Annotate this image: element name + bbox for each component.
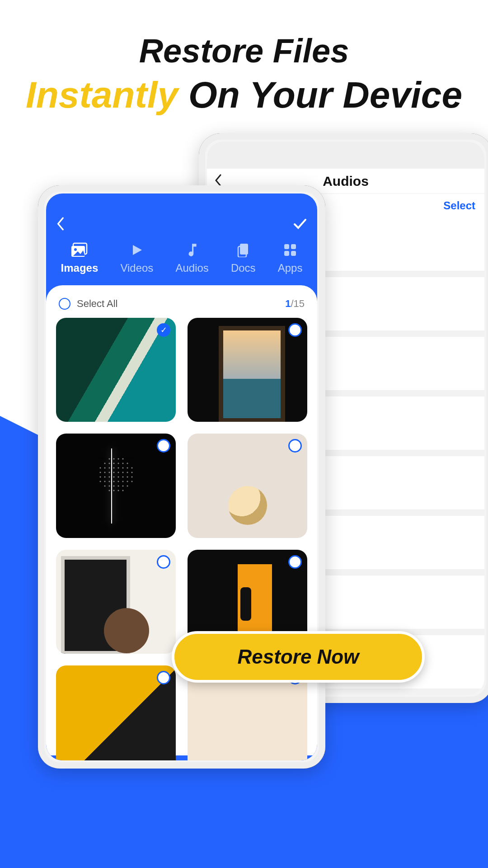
back-icon[interactable] xyxy=(56,217,66,234)
image-tile[interactable] xyxy=(188,318,307,422)
tab-docs[interactable]: Docs xyxy=(231,242,256,274)
tab-images[interactable]: Images xyxy=(61,242,99,274)
confirm-icon[interactable] xyxy=(293,217,307,234)
cta-label: Restore Now xyxy=(238,646,359,668)
tab-label: Images xyxy=(61,262,99,274)
svg-rect-7 xyxy=(284,251,289,256)
tab-label: Apps xyxy=(278,262,303,274)
select-ring-icon[interactable] xyxy=(157,671,170,684)
select-ring-icon[interactable] xyxy=(157,555,170,569)
docs-icon xyxy=(236,242,250,258)
tab-label: Docs xyxy=(231,262,256,274)
image-tile[interactable] xyxy=(56,434,176,538)
select-ring-icon[interactable] xyxy=(288,555,302,569)
headline-line2-rest: On Your Device xyxy=(188,74,462,115)
select-ring-icon[interactable] xyxy=(157,439,170,453)
image-tile[interactable] xyxy=(56,550,176,654)
image-grid: ✓ xyxy=(56,318,307,760)
tab-audios[interactable]: Audios xyxy=(175,242,208,274)
svg-rect-6 xyxy=(291,244,296,249)
tab-label: Videos xyxy=(120,262,153,274)
svg-rect-8 xyxy=(291,251,296,256)
tab-videos[interactable]: Videos xyxy=(120,242,153,274)
selected-check-icon[interactable]: ✓ xyxy=(157,323,170,337)
svg-rect-3 xyxy=(240,244,248,255)
select-ring-icon[interactable] xyxy=(288,439,302,453)
play-icon xyxy=(130,242,144,258)
category-tabs: Images Videos Audios xyxy=(46,236,317,285)
restore-now-button[interactable]: Restore Now xyxy=(172,631,425,683)
tab-label: Audios xyxy=(175,262,208,274)
total-number: /15 xyxy=(291,298,305,309)
apps-grid-icon xyxy=(283,242,297,258)
select-link[interactable]: Select xyxy=(443,199,475,212)
selection-count: 1/15 xyxy=(285,298,305,310)
select-all-checkbox[interactable] xyxy=(59,298,70,310)
headline-highlight: Instantly xyxy=(26,74,178,115)
select-all-label: Select All xyxy=(77,298,118,310)
image-tile[interactable] xyxy=(56,665,176,760)
audios-title: Audios xyxy=(323,174,369,189)
tab-apps[interactable]: Apps xyxy=(278,242,303,274)
music-note-icon xyxy=(186,242,198,258)
images-icon xyxy=(70,242,89,258)
headline-line1: Restore Files xyxy=(0,32,488,70)
svg-point-2 xyxy=(74,248,77,251)
image-tile[interactable] xyxy=(188,434,307,538)
svg-rect-5 xyxy=(284,244,289,249)
select-ring-icon[interactable] xyxy=(288,323,302,337)
image-tile[interactable]: ✓ xyxy=(56,318,176,422)
promo-headline: Restore Files Instantly On Your Device xyxy=(0,32,488,116)
selected-number: 1 xyxy=(285,298,291,309)
